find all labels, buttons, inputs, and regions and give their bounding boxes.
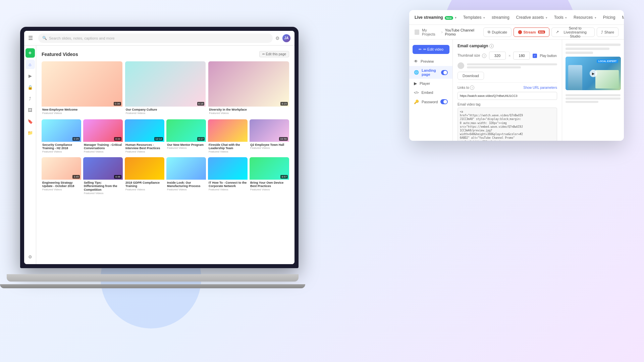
thumbnail-size-row: Thumbnail size i × ✓ Play button [458, 52, 557, 60]
duplicate-icon: ⧉ [488, 30, 490, 34]
sidebar-panel-item-password[interactable]: 🔑 Password [409, 97, 452, 107]
video-duration: 12:12 [154, 137, 163, 141]
sidebar-item-home[interactable]: ⌂ [25, 60, 35, 69]
video-category: Featured Videos [42, 188, 80, 191]
sidebar-item-video[interactable]: ▶ [25, 71, 35, 80]
nav-item-pricing[interactable]: Pricing [603, 15, 615, 20]
video-thumb-small-5[interactable]: 12:12 Human Resources - Interview Best P… [125, 119, 164, 155]
wave-content-area: Featured Videos ✏ Edit this page 0:36 Ne… [36, 46, 294, 264]
nav-item-livestreaming[interactable]: Live streaming New ▾ [415, 15, 457, 20]
video-thumb-small-11[interactable]: 2018 GDPR Compliance Training Featured V… [125, 157, 164, 196]
nav-item-resources[interactable]: Resources ▾ [574, 15, 596, 20]
send-to-livestream-button[interactable]: ↗ Send to Livestreaming Studio [551, 27, 595, 37]
video-category: Featured Videos [167, 146, 205, 149]
edit-video-button[interactable]: ✏ ✏ Edit video [413, 45, 449, 54]
featured-video-grid-small-2: 3:45 Engineering Strategy Update - Octob… [42, 157, 289, 196]
video-category: Featured Videos [84, 192, 122, 195]
sidebar-item-lock[interactable]: 🔒 [25, 82, 35, 92]
links-to-info-icon[interactable]: i [470, 85, 474, 90]
video-duration: 8:57 [280, 175, 288, 179]
landing-page-icon: 🌐 [414, 70, 419, 75]
stream-icon: ⬤ [518, 30, 522, 34]
sidebar-panel-item-embed[interactable]: </> Embed [409, 88, 452, 97]
thumbnail-size-info-icon[interactable]: i [482, 54, 486, 58]
panel-toolbar: My Projects > YouTube Channel Promo ⧉ Du… [409, 25, 624, 40]
thumbnail-size-sep: × [508, 54, 511, 58]
hamburger-icon[interactable]: ☰ [28, 35, 33, 41]
sidebar-item-share[interactable]: ⤴ [25, 94, 35, 103]
password-toggle[interactable] [440, 99, 448, 104]
laptop-screen: ☰ 🔍 Search slides, notes, captions and m… [20, 27, 299, 268]
video-thumb-small-14[interactable]: 8:57 Bring Your Own Device Best Practice… [250, 157, 289, 196]
email-video-code-block: <a href="https://watch.wave.video/Q7nBwU… [458, 108, 557, 141]
thumbnail-width-input[interactable] [489, 52, 506, 60]
video-thumb-small-6[interactable]: 0:17 Our New Mentor Program Featured Vid… [166, 119, 206, 155]
video-thumb-large-2[interactable]: 8:15 Diversity in the Workplace Featured… [208, 61, 289, 116]
show-url-params-link[interactable]: Show URL parameters [523, 86, 557, 89]
video-thumb-large-0[interactable]: 0:36 New Employee Welcome Featured Video… [42, 61, 122, 116]
video-category: Featured Videos [125, 150, 164, 153]
nav-item-creative-assets[interactable]: Creative assets ▾ [516, 15, 547, 20]
video-thumb-small-7[interactable]: Fireside Chat with the Leadership Team F… [208, 119, 248, 155]
landing-page-toggle[interactable] [441, 70, 448, 75]
play-button-checkbox[interactable]: ✓ [533, 54, 537, 58]
panel-actions: ⧉ Duplicate ⬤ Stream Beta ↗ Send to Live… [483, 27, 619, 37]
video-duration: 4:44 [114, 137, 121, 141]
sidebar-panel-item-landing-page[interactable]: 🌐 Landing page [409, 66, 452, 79]
video-thumb-small-4[interactable]: 4:44 Manager Training - Critical Convers… [83, 119, 123, 155]
share-button[interactable]: ⤴ Share [597, 27, 619, 37]
thumbnail-size-label: Thumbnail size i [458, 54, 486, 58]
video-thumb-small-12[interactable]: Inside Look: Our Manufacturing Process F… [166, 157, 206, 196]
nav-item-streaming[interactable]: streaming [492, 15, 509, 20]
sidebar-item-image[interactable]: 🖼 [25, 105, 35, 115]
featured-video-grid-small-1: 0:35 Security Compliance Training - H2 2… [42, 119, 289, 155]
edit-page-button[interactable]: ✏ Edit this page [259, 51, 289, 57]
add-button[interactable]: + [25, 48, 35, 58]
preview-lines [467, 63, 557, 68]
sidebar-panel-item-player[interactable]: ▶ Player [409, 79, 452, 88]
settings-icon[interactable]: ⚙ [275, 36, 280, 41]
video-category: Featured Videos [42, 112, 122, 115]
sidebar-item-folder[interactable]: 📁 [25, 128, 35, 137]
duplicate-button[interactable]: ⧉ Duplicate [483, 27, 512, 37]
wave-app: ☰ 🔍 Search slides, notes, captions and m… [24, 31, 294, 264]
wave-panel: Live streaming New ▾ Templates ▾ streami… [409, 10, 624, 141]
sidebar-item-settings[interactable]: ⚙ [25, 252, 35, 261]
video-category: Featured Videos [167, 188, 205, 191]
video-category: Featured Videos [250, 146, 288, 149]
video-title: IT How To - Connect to the Corporate Net… [209, 181, 247, 188]
video-thumb-small-13[interactable]: IT How To - Connect to the Corporate Net… [208, 157, 248, 196]
video-thumb-small-10[interactable]: 4:46 Selling Tips: Differentiating from … [83, 157, 123, 196]
nav-item-templates[interactable]: Templates ▾ [463, 15, 485, 20]
search-placeholder-text: Search slides, notes, captions and more [49, 36, 115, 40]
featured-video-grid-large: 0:36 New Employee Welcome Featured Video… [42, 61, 289, 116]
video-thumb-small-8[interactable]: 34:56 Q2 Employee Town Hall Featured Vid… [250, 119, 289, 155]
panel-body: ✏ ✏ Edit video 👁 Preview 🌐 Landing page … [409, 40, 624, 141]
thumbnail-height-input[interactable] [513, 52, 530, 60]
email-campaign-info-icon[interactable]: i [489, 44, 494, 48]
nav-item-my-projects[interactable]: My projects [622, 15, 624, 20]
topbar-icons: ⚙ JA [275, 34, 290, 42]
stream-button[interactable]: ⬤ Stream Beta [514, 27, 549, 37]
sidebar-item-bookmark[interactable]: 🔖 [25, 117, 35, 126]
video-thumb-small-3[interactable]: 0:35 Security Compliance Training - H2 2… [42, 119, 81, 155]
thumb-line-3 [566, 52, 593, 54]
video-title: 2018 GDPR Compliance Training [125, 181, 164, 188]
wave-main-area: + ⌂ ▶ 🔒 ⤴ 🖼 🔖 📁 ⚙ Featured Videos [24, 46, 294, 264]
download-button[interactable]: Download [458, 72, 484, 80]
video-duration: 3:45 [72, 175, 80, 179]
sidebar-panel-item-preview[interactable]: 👁 Preview [409, 57, 452, 66]
video-duration: 0:17 [197, 137, 205, 141]
panel-email-campaign: Email campaign i Thumbnail size i × ✓ Pl… [453, 40, 562, 141]
user-avatar[interactable]: JA [282, 34, 290, 42]
video-thumb-small-9[interactable]: 3:45 Engineering Strategy Update - Octob… [42, 157, 81, 196]
search-bar[interactable]: 🔍 Search slides, notes, captions and mor… [38, 34, 273, 43]
video-thumb-large-1[interactable]: 8:16 Our Company Culture Featured Videos [125, 61, 206, 116]
video-category: Featured Videos [209, 150, 247, 153]
nav-item-tools[interactable]: Tools ▾ [554, 15, 567, 20]
thumb-badge: LOCAL EXPERT [597, 59, 618, 63]
thumb-line-1 [566, 44, 621, 46]
links-to-url-input[interactable] [458, 92, 557, 100]
nav-right: My projects 🟠 ▾ [622, 13, 624, 22]
breadcrumb-root[interactable]: My Projects [422, 28, 439, 36]
